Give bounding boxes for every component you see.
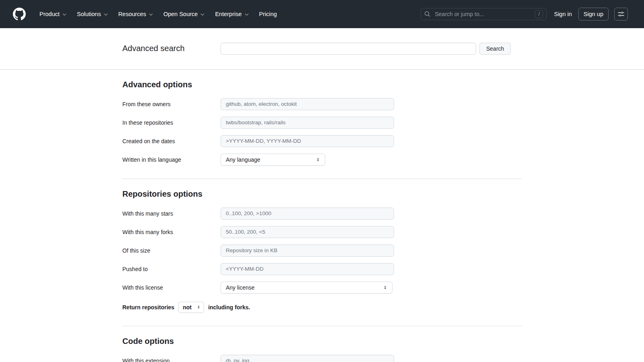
forks-inclusion-sentence: Return repositories not including forks.	[122, 302, 522, 313]
advanced-search-form: Advanced options From these owners In th…	[122, 80, 522, 362]
field-row-stars: With this many stars	[122, 208, 522, 220]
global-search-box[interactable]: /	[421, 8, 547, 20]
nav-item-solutions[interactable]: Solutions	[73, 8, 112, 21]
code-options-heading: Code options	[122, 337, 522, 346]
field-row-size: Of this size	[122, 245, 522, 257]
sliders-icon	[618, 11, 624, 17]
nav-item-label: Open Source	[163, 11, 198, 17]
chevron-down-icon	[245, 13, 249, 16]
forks-sentence-suffix: including forks.	[208, 304, 250, 311]
field-label: From these owners	[122, 101, 221, 107]
field-row-license: With this license Any license	[122, 282, 522, 294]
size-input[interactable]	[221, 245, 394, 257]
field-row-language: Written in this language Any language	[122, 154, 522, 166]
advanced-options-heading: Advanced options	[122, 80, 522, 89]
select-caret-icon	[315, 157, 321, 162]
forks-input[interactable]	[221, 226, 394, 238]
field-label: With this license	[122, 284, 221, 291]
field-row-pushed: Pushed to	[122, 263, 522, 275]
sign-up-button[interactable]: Sign up	[578, 8, 609, 21]
nav-menu: Product Solutions Resources Open Source …	[35, 8, 281, 21]
extension-input[interactable]	[221, 355, 394, 362]
forks-inclusion-value: not	[183, 304, 192, 311]
select-caret-icon	[196, 304, 201, 310]
license-select-value: Any license	[226, 284, 255, 291]
nav-item-label: Pricing	[259, 11, 277, 17]
section-divider	[122, 326, 522, 326]
field-label: Pushed to	[122, 266, 221, 272]
page-title: Advanced search	[122, 44, 221, 53]
language-select-value: Any language	[226, 156, 260, 163]
nav-item-resources[interactable]: Resources	[114, 8, 157, 21]
chevron-down-icon	[62, 13, 66, 16]
nav-item-product[interactable]: Product	[35, 8, 70, 21]
nav-right-group: / Sign in Sign up	[421, 8, 628, 21]
forks-sentence-prefix: Return repositories	[122, 304, 174, 311]
sign-in-link[interactable]: Sign in	[554, 11, 572, 17]
forks-inclusion-select[interactable]: not	[178, 302, 204, 313]
nav-item-label: Resources	[118, 11, 146, 17]
nav-item-pricing[interactable]: Pricing	[255, 8, 281, 21]
page-header: Advanced search Search	[0, 28, 644, 70]
appearance-settings-button[interactable]	[614, 8, 628, 21]
field-label: With this many stars	[122, 210, 221, 217]
repositories-options-heading: Repositories options	[122, 189, 522, 199]
field-label: In these repositories	[122, 119, 221, 126]
nav-item-label: Solutions	[77, 11, 101, 17]
nav-item-open-source[interactable]: Open Source	[159, 8, 208, 21]
chevron-down-icon	[200, 13, 204, 16]
repositories-input[interactable]	[221, 117, 394, 129]
chevron-down-icon	[149, 13, 153, 16]
field-label: Written in this language	[122, 156, 221, 163]
advanced-search-input[interactable]	[221, 43, 476, 55]
search-icon	[424, 11, 431, 17]
top-navigation: Product Solutions Resources Open Source …	[0, 0, 644, 28]
owners-input[interactable]	[221, 98, 394, 110]
slash-shortcut-badge: /	[535, 10, 543, 18]
section-divider	[122, 179, 522, 179]
select-caret-icon	[382, 285, 388, 290]
field-row-extension: With this extension	[122, 355, 522, 362]
global-search-input[interactable]	[434, 10, 532, 18]
chevron-down-icon	[104, 13, 108, 16]
field-label: With this many forks	[122, 229, 221, 235]
nav-item-label: Enterprise	[215, 11, 242, 17]
field-label: Created on the dates	[122, 138, 221, 144]
field-row-created-date: Created on the dates	[122, 135, 522, 147]
search-button[interactable]: Search	[479, 43, 511, 55]
nav-item-enterprise[interactable]: Enterprise	[211, 8, 252, 21]
field-row-owners: From these owners	[122, 98, 522, 110]
github-mark-icon	[13, 8, 26, 21]
language-select[interactable]: Any language	[221, 154, 325, 166]
pushed-date-input[interactable]	[221, 263, 394, 275]
field-label: Of this size	[122, 247, 221, 254]
github-logo[interactable]	[13, 8, 26, 21]
field-row-repositories: In these repositories	[122, 117, 522, 129]
field-row-forks: With this many forks	[122, 226, 522, 238]
field-label: With this extension	[122, 358, 221, 362]
created-date-input[interactable]	[221, 135, 394, 147]
stars-input[interactable]	[221, 208, 394, 220]
nav-item-label: Product	[39, 11, 60, 17]
license-select[interactable]: Any license	[221, 282, 392, 294]
